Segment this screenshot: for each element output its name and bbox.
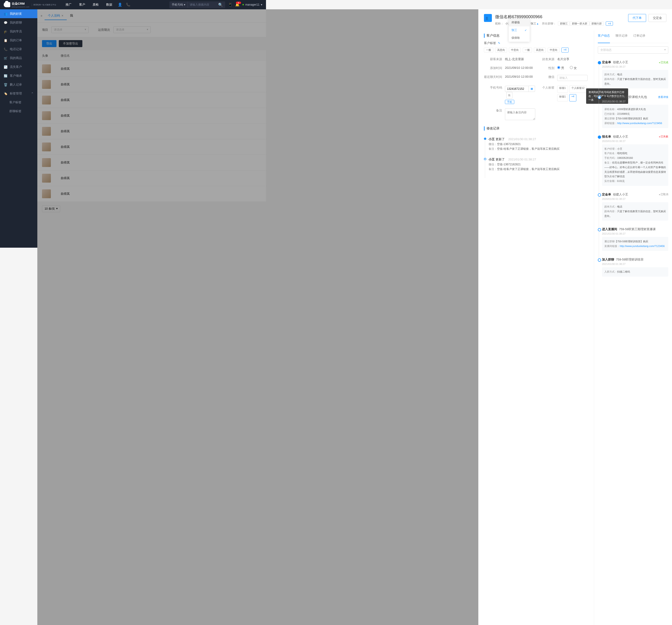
sidebar: 👥我的好友💬我的群聊🎓我的学员📋我的订单📞电话记录🛒我的商品📉流失客户🔄客户继承… bbox=[0, 9, 37, 248]
sidebar-icon: 🔄 bbox=[4, 74, 7, 78]
overlay[interactable] bbox=[37, 9, 266, 248]
sidebar-item-2[interactable]: 🎓我的学员 bbox=[0, 27, 37, 36]
sidebar-item-4[interactable]: 📞电话记录 bbox=[0, 45, 37, 54]
bell-icon[interactable]: 🔔 bbox=[235, 3, 240, 7]
sidebar-sub-item[interactable]: 群聊标签 bbox=[0, 107, 37, 116]
user-icon[interactable]: 👤 bbox=[118, 3, 122, 7]
sidebar-sub-item[interactable]: 客户标签 bbox=[0, 98, 37, 107]
sidebar-item-1[interactable]: 💬我的群聊 bbox=[0, 18, 37, 27]
nav-质检[interactable]: 质检 bbox=[93, 3, 99, 7]
sidebar-icon: 💬 bbox=[4, 21, 7, 24]
nav-数据[interactable]: 数据 bbox=[106, 3, 112, 7]
mobile-icon[interactable]: 📱 bbox=[228, 3, 233, 7]
sidebar-item-5[interactable]: 🛒我的商品 bbox=[0, 54, 37, 62]
logo: 云朵CRM www.yunduocrm.com 教育机构一站 式服务云平台 bbox=[4, 1, 56, 8]
status-dot bbox=[242, 4, 244, 5]
sidebar-item-7[interactable]: 🔄客户继承 bbox=[0, 71, 37, 80]
logo-sub: 教育机构一站 式服务云平台 bbox=[32, 3, 56, 6]
chevron-down-icon: ▾ bbox=[261, 3, 262, 6]
logo-url: www.yunduocrm.com bbox=[12, 6, 29, 8]
top-nav: 推广客户质检数据 bbox=[66, 3, 112, 7]
nav-客户[interactable]: 客户 bbox=[79, 3, 85, 7]
nav-推广[interactable]: 推广 bbox=[66, 3, 72, 7]
logo-text: 云朵CRM bbox=[12, 2, 25, 5]
logo-icon bbox=[4, 2, 10, 7]
search-type-select[interactable]: 手机号码▾ bbox=[169, 2, 188, 8]
sidebar-icon: 🛒 bbox=[4, 56, 7, 60]
sidebar-item-8[interactable]: 🗑️删人记录 bbox=[0, 80, 37, 89]
sidebar-item-3[interactable]: 📋我的订单 bbox=[0, 36, 37, 45]
search-icon[interactable]: 🔍 bbox=[216, 1, 225, 8]
search-bar: 手机号码▾ 🔍 bbox=[169, 1, 225, 8]
sidebar-item-0[interactable]: 👥我的好友 bbox=[0, 9, 37, 18]
chevron-up-icon: ⌃ bbox=[31, 92, 33, 95]
sidebar-item-6[interactable]: 📉流失客户 bbox=[0, 62, 37, 71]
sidebar-icon: 👥 bbox=[4, 12, 7, 16]
chevron-down-icon: ▾ bbox=[184, 3, 185, 6]
search-input[interactable] bbox=[188, 2, 216, 7]
sidebar-item-9[interactable]: 🏷️标签管理⌃ bbox=[0, 89, 37, 98]
sidebar-icon: 📞 bbox=[4, 48, 7, 51]
header: 云朵CRM www.yunduocrm.com 教育机构一站 式服务云平台 推广… bbox=[0, 0, 266, 9]
sidebar-icon: 🎓 bbox=[4, 30, 7, 33]
user-menu[interactable]: manager11▾ bbox=[242, 3, 262, 6]
phone-icon[interactable]: 📞 bbox=[126, 3, 130, 7]
sidebar-icon: 📉 bbox=[4, 65, 7, 69]
sidebar-icon: 🗑️ bbox=[4, 83, 7, 86]
sidebar-icon: 📋 bbox=[4, 39, 7, 42]
sidebar-icon: 🏷️ bbox=[4, 92, 7, 95]
